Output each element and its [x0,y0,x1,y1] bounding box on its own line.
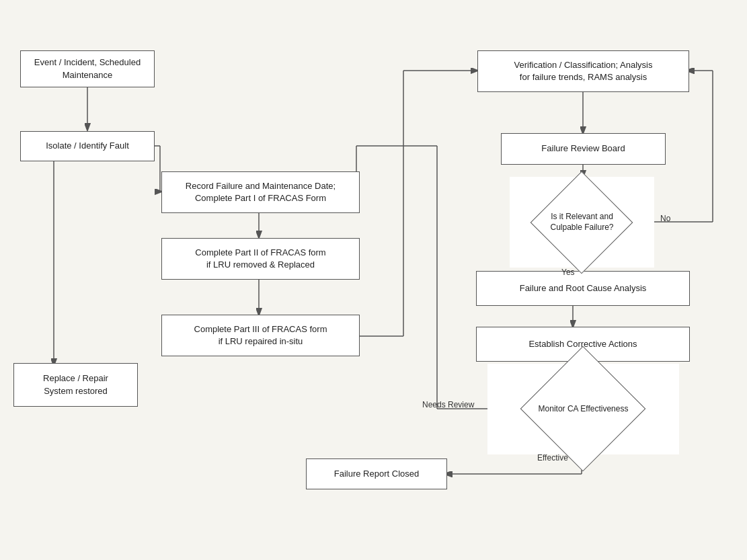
verification-box: Verification / Classification; Analysisf… [477,50,689,92]
isolate-fault-box: Isolate / Identify Fault [20,131,155,161]
complete-part2-label: Complete Part II of FRACAS formif LRU re… [195,247,325,271]
failure-review-board-box: Failure Review Board [501,133,666,165]
failure-report-closed-label: Failure Report Closed [334,468,419,480]
failure-review-board-label: Failure Review Board [541,143,625,155]
replace-repair-label: Replace / RepairSystem restored [43,372,108,397]
replace-repair-box: Replace / RepairSystem restored [13,363,138,407]
complete-part2-box: Complete Part II of FRACAS formif LRU re… [161,238,360,280]
relevant-culpable-diamond: Is it Relevant andCulpable Failure? [510,177,654,268]
relevant-culpable-label: Is it Relevant andCulpable Failure? [550,212,613,233]
yes-label: Yes [561,268,575,277]
complete-part3-box: Complete Part III of FRACAS formif LRU r… [161,315,360,356]
complete-part3-label: Complete Part III of FRACAS formif LRU r… [194,323,327,348]
failure-root-cause-label: Failure and Root Cause Analysis [520,282,647,294]
effective-label: Effective [537,453,568,463]
failure-report-closed-box: Failure Report Closed [306,458,447,489]
monitor-ca-diamond: Monitor CA Effectiveness [487,364,679,454]
needs-review-label: Needs Review [422,400,474,409]
failure-root-cause-box: Failure and Root Cause Analysis [476,271,690,306]
no-label: No [660,214,670,223]
verification-label: Verification / Classification; Analysisf… [514,59,653,83]
monitor-ca-label: Monitor CA Effectiveness [539,404,629,415]
record-failure-label: Record Failure and Maintenance Date;Comp… [186,180,336,204]
record-failure-box: Record Failure and Maintenance Date;Comp… [161,171,360,213]
event-incident-label: Event / Incident, Scheduled Maintenance [28,56,147,81]
isolate-fault-label: Isolate / Identify Fault [46,140,129,152]
event-incident-box: Event / Incident, Scheduled Maintenance [20,50,155,87]
